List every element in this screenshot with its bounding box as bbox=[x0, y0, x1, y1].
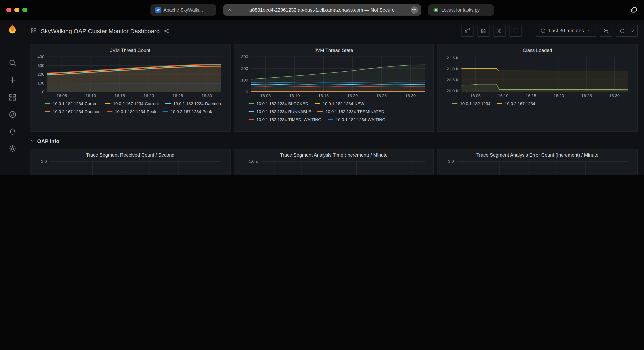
svg-text:1.0 s: 1.0 s bbox=[248, 159, 258, 164]
tab-more-icon[interactable]: ••• bbox=[410, 6, 418, 13]
svg-text:16:25: 16:25 bbox=[581, 93, 592, 98]
legend-series-label: 10.0.2.167:1234-Peak bbox=[171, 109, 212, 114]
svg-text:21.5 K: 21.5 K bbox=[447, 55, 459, 60]
dashboard-grid: JVM Thread Count 010020030040016:0516:10… bbox=[25, 41, 644, 175]
svg-text:16:15: 16:15 bbox=[526, 93, 536, 98]
share-icon[interactable] bbox=[164, 28, 170, 34]
legend-item[interactable]: 10.0.1.182:1234-WAITING bbox=[328, 117, 386, 122]
time-range-picker[interactable]: Last 30 minutes bbox=[536, 25, 596, 37]
legend-series-label: 10.0.1.182:1234-Daemon bbox=[173, 101, 221, 106]
panel-jvm-thread-count: JVM Thread Count 010020030040016:0516:10… bbox=[30, 44, 230, 132]
legend-series-color bbox=[248, 111, 254, 112]
panel-title[interactable]: JVM Thread State bbox=[238, 46, 430, 54]
legend-item[interactable]: 10.0.2.167:1234-Current bbox=[105, 101, 159, 106]
dashboards-icon[interactable] bbox=[7, 92, 18, 102]
zoom-window-button[interactable] bbox=[22, 7, 27, 12]
legend-item[interactable]: 10.0.1.182:1234-Peak bbox=[107, 109, 156, 114]
legend-item[interactable]: 10.0.2.167:1234-Daemon bbox=[45, 109, 100, 114]
apps-grid-icon[interactable] bbox=[30, 27, 37, 34]
panel-title[interactable]: Trace Segment Analysis Error Count (Incr… bbox=[442, 151, 633, 159]
svg-text:1.0: 1.0 bbox=[41, 159, 47, 164]
legend-series-color bbox=[45, 111, 50, 112]
browser-tab-locust[interactable]: Locust for tasks.py bbox=[428, 4, 494, 15]
refresh-interval-caret-button[interactable] bbox=[628, 25, 638, 37]
panel-title[interactable]: Trace Segment Analysis Time (Increment) … bbox=[238, 151, 430, 159]
configuration-gear-icon[interactable] bbox=[7, 144, 18, 154]
chart-legend: 10.0.1.182:1234-Current10.0.2.167:1234-C… bbox=[34, 101, 225, 114]
tab-title: Apache SkyWalki... bbox=[164, 7, 203, 12]
svg-text:200: 200 bbox=[241, 66, 248, 71]
legend-series-label: 10.0.1.182:1234 bbox=[460, 101, 490, 106]
legend-series-color bbox=[315, 103, 320, 104]
refresh-button[interactable] bbox=[616, 25, 628, 37]
legend-item[interactable]: 10.0.1.182:1234-RUNNABLE bbox=[248, 109, 311, 114]
legend-item[interactable]: 10.0.2.167:1234-Peak bbox=[163, 109, 212, 114]
minimize-window-button[interactable] bbox=[14, 7, 19, 12]
svg-text:16:30: 16:30 bbox=[405, 93, 416, 98]
svg-text:16:15: 16:15 bbox=[318, 93, 328, 98]
browser-tab-active-grafana[interactable]: ✕ a0881eed4-22961232.ap-east-1.elb.amazo… bbox=[223, 4, 421, 15]
chart-class-loaded[interactable]: 20.0 K20.5 K21.0 K21.5 K16:0516:1016:151… bbox=[442, 54, 633, 99]
save-dashboard-button[interactable] bbox=[478, 25, 490, 37]
legend-series-color bbox=[248, 119, 254, 120]
svg-text:16:30: 16:30 bbox=[202, 93, 212, 98]
legend-series-color bbox=[163, 111, 168, 112]
chart-trace-analysis-time[interactable]: -1.0 s-500 ms0 s500 ms1.0 s16:0516:1016:… bbox=[238, 159, 430, 175]
svg-text:16:10: 16:10 bbox=[498, 93, 508, 98]
panel-trace-analysis-error: Trace Segment Analysis Error Count (Incr… bbox=[437, 149, 638, 175]
legend-item[interactable]: 10.0.1.182:1234-TIMED_WAITING bbox=[248, 117, 322, 122]
chart-trace-segment-received[interactable]: -1.0-0.500.51.016:0516:1016:1516:2016:25… bbox=[34, 159, 226, 175]
chevron-down-icon bbox=[30, 138, 35, 144]
chart-legend: 10.0.1.182:1234-BLOCKED10.0.1.182:1234-N… bbox=[238, 101, 428, 122]
panel-title[interactable]: JVM Thread Count bbox=[34, 46, 226, 54]
alerting-bell-icon[interactable] bbox=[7, 126, 18, 137]
chart-legend: 10.0.1.182:123410.0.2.167:1234 bbox=[442, 101, 632, 106]
chart-trace-analysis-error[interactable]: -1.0-0.500.51.016:0516:1016:1516:2016:25… bbox=[442, 159, 633, 175]
browser-window: Apache SkyWalki... ✕ a0881eed4-22961232.… bbox=[0, 0, 644, 175]
legend-item[interactable]: 10.0.1.182:1234 bbox=[452, 101, 490, 106]
dashboard-settings-button[interactable] bbox=[494, 25, 506, 37]
svg-text:16:20: 16:20 bbox=[347, 93, 358, 98]
browser-tabs: Apache SkyWalki... ✕ a0881eed4-22961232.… bbox=[150, 4, 494, 15]
svg-text:100: 100 bbox=[241, 78, 248, 82]
svg-text:200: 200 bbox=[38, 72, 44, 76]
svg-text:16:15: 16:15 bbox=[114, 93, 125, 98]
dashboard-toolbar: Last 30 minutes bbox=[462, 25, 638, 37]
browser-tab-skywalking[interactable]: Apache SkyWalki... bbox=[150, 4, 216, 15]
grafana-logo-icon[interactable] bbox=[7, 24, 18, 34]
legend-series-color bbox=[497, 103, 502, 104]
dashboard-header: SkyWalking OAP Cluster Monitor Dashboard bbox=[25, 20, 644, 41]
panel-class-loaded: Class Loaded 20.0 K20.5 K21.0 K21.5 K16:… bbox=[437, 44, 638, 132]
svg-text:400: 400 bbox=[38, 54, 44, 59]
legend-item[interactable]: 10.0.1.182:1234-Current bbox=[45, 101, 99, 106]
create-plus-icon[interactable] bbox=[7, 75, 18, 85]
legend-item[interactable]: 10.0.1.182:1234-TERMINATED bbox=[318, 109, 384, 114]
svg-text:16:10: 16:10 bbox=[289, 93, 300, 98]
svg-text:16:05: 16:05 bbox=[56, 93, 67, 98]
section-label: OAP Info bbox=[37, 138, 60, 144]
chart-jvm-thread-count[interactable]: 010020030040016:0516:1016:1516:2016:2516… bbox=[34, 54, 226, 99]
legend-item[interactable]: 10.0.1.182:1234-NEW bbox=[315, 101, 364, 106]
legend-series-color bbox=[165, 103, 171, 104]
close-window-button[interactable] bbox=[6, 7, 11, 12]
svg-text:500 ms: 500 ms bbox=[244, 174, 258, 175]
panel-title[interactable]: Trace Segment Received Count / Second bbox=[34, 151, 226, 159]
svg-text:1.0: 1.0 bbox=[448, 159, 454, 164]
svg-text:0.5: 0.5 bbox=[448, 174, 454, 175]
legend-item[interactable]: 10.0.1.182:1234-BLOCKED bbox=[248, 101, 308, 106]
legend-item[interactable]: 10.0.2.167:1234 bbox=[497, 101, 535, 106]
tab-close-icon[interactable]: ✕ bbox=[227, 7, 232, 13]
tab-overview-icon[interactable] bbox=[630, 6, 638, 13]
panel-title[interactable]: Class Loaded bbox=[442, 46, 633, 54]
explore-compass-icon[interactable] bbox=[7, 109, 18, 120]
legend-item[interactable]: 10.0.1.182:1234-Daemon bbox=[165, 101, 221, 106]
add-panel-button[interactable] bbox=[462, 25, 474, 37]
svg-text:0: 0 bbox=[42, 90, 44, 94]
search-icon[interactable] bbox=[7, 57, 18, 68]
svg-text:20.5 K: 20.5 K bbox=[447, 77, 459, 82]
cycle-view-tv-button[interactable] bbox=[510, 25, 522, 37]
row-header-oap-info[interactable]: OAP Info bbox=[30, 135, 638, 147]
chart-jvm-thread-state[interactable]: 010020030016:0516:1016:1516:2016:2516:30 bbox=[238, 54, 430, 99]
zoom-out-button[interactable] bbox=[600, 25, 612, 37]
svg-text:16:25: 16:25 bbox=[376, 93, 386, 98]
